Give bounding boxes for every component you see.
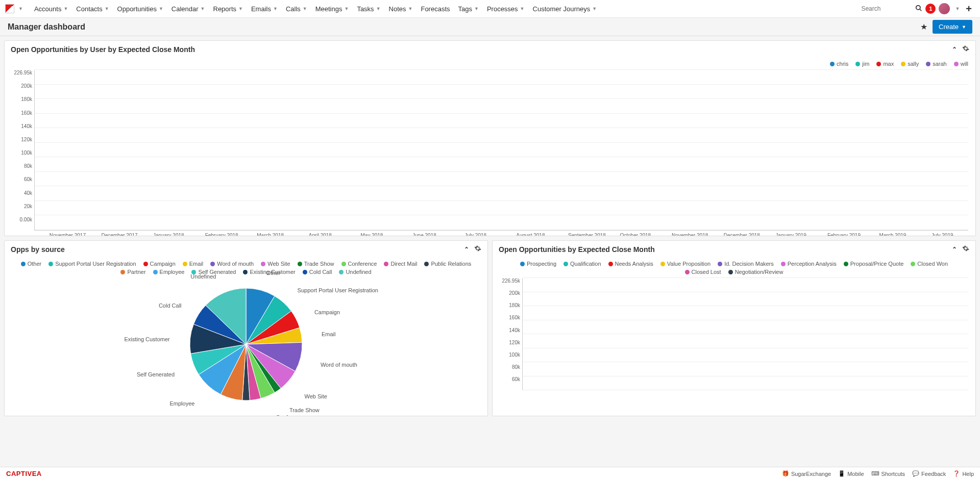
pie-slice-label: Web Site: [305, 393, 327, 399]
legend-item[interactable]: Closed Won: [911, 261, 948, 267]
legend-item[interactable]: will: [954, 61, 968, 67]
legend-item[interactable]: Conference: [341, 261, 377, 267]
nav-item-tasks[interactable]: Tasks▼: [353, 0, 384, 17]
nav-item-customer-journeys[interactable]: Customer Journeys▼: [529, 0, 601, 17]
chevron-down-icon: ▼: [520, 6, 525, 11]
legend-item[interactable]: Undefined: [339, 269, 371, 275]
legend-item[interactable]: Email: [183, 261, 204, 267]
chevron-down-icon: ▼: [63, 6, 68, 11]
panel-opps-by-source: Opps by source ⌃ OtherSupport Portal Use…: [4, 240, 488, 416]
pie-slice-label: Employee: [169, 400, 194, 407]
notification-badge[interactable]: 1: [925, 4, 936, 14]
chevron-down-icon: ▼: [201, 6, 205, 11]
legend-item[interactable]: Prospecting: [520, 261, 556, 267]
star-icon[interactable]: ★: [920, 22, 927, 32]
legend-item[interactable]: Needs Analysis: [608, 261, 653, 267]
nav-item-processes[interactable]: Processes▼: [483, 0, 529, 17]
nav-item-opportunities[interactable]: Opportunities▼: [113, 0, 167, 17]
legend-item[interactable]: Trade Show: [298, 261, 334, 267]
search-icon[interactable]: [915, 5, 922, 13]
svg-line-1: [920, 9, 922, 11]
logo-caret-icon[interactable]: ▼: [18, 6, 23, 11]
legend-item[interactable]: Other: [21, 261, 42, 267]
nav-item-contacts[interactable]: Contacts▼: [72, 0, 113, 17]
pie-slice-label: Campaign: [314, 309, 340, 315]
legend-item[interactable]: Direct Mail: [384, 261, 417, 267]
legend-item[interactable]: Employee: [153, 269, 185, 275]
nav-item-meetings[interactable]: Meetings▼: [311, 0, 353, 17]
collapse-icon[interactable]: ⌃: [952, 46, 957, 53]
legend-item[interactable]: chris: [830, 61, 848, 67]
legend-item[interactable]: Public Relations: [424, 261, 471, 267]
gear-icon[interactable]: [962, 45, 969, 54]
legend-item[interactable]: Support Portal User Registration: [48, 261, 136, 267]
legend-item[interactable]: Closed Lost: [685, 269, 721, 275]
nav-item-notes[interactable]: Notes▼: [385, 0, 417, 17]
chevron-down-icon: ▼: [474, 6, 479, 11]
pie-slice-label: Conference: [276, 414, 305, 416]
legend-item[interactable]: Id. Decision Makers: [718, 261, 774, 267]
legend-item[interactable]: Word of mouth: [210, 261, 254, 267]
panel-title: Open Opportunities by Expected Close Mon…: [499, 245, 655, 254]
legend-item[interactable]: sally: [901, 61, 919, 67]
legend-item[interactable]: Negotiation/Review: [728, 269, 783, 275]
chevron-down-icon: ▼: [159, 6, 163, 11]
legend-item[interactable]: Campaign: [143, 261, 176, 267]
pie-slice-label: Existing Customer: [124, 336, 169, 342]
legend-item[interactable]: Partner: [120, 269, 145, 275]
panel-title: Opps by source: [11, 245, 65, 254]
pie-slice-label: Word of mouth: [321, 362, 357, 368]
avatar[interactable]: [939, 3, 950, 14]
panel-open-opps-by-user: Open Opportunities by User by Expected C…: [4, 40, 976, 236]
create-button[interactable]: Create ▼: [933, 20, 972, 34]
nav-item-forecasts[interactable]: Forecasts: [416, 0, 454, 17]
pie-slice-label: Undefined: [190, 273, 216, 280]
pie-slice-label: Support Portal User Registration: [298, 287, 378, 293]
gear-icon[interactable]: [962, 245, 969, 254]
chart-opps-by-source: OtherSupport Portal User RegistrationCam…: [12, 283, 480, 411]
chevron-down-icon: ▼: [408, 6, 413, 11]
pie-slice-label: Cold Call: [159, 302, 182, 309]
quick-create-button[interactable]: +: [963, 3, 975, 15]
chart-open-opps-by-user: 226.95k200k180k160k140k120k100k80k60k40k…: [12, 70, 968, 231]
nav-item-reports[interactable]: Reports▼: [209, 0, 247, 17]
chevron-down-icon: ▼: [376, 6, 381, 11]
chevron-down-icon: ▼: [273, 6, 278, 11]
legend-item[interactable]: Perception Analysis: [781, 261, 837, 267]
pie-slice-label: Trade Show: [289, 407, 320, 413]
chevron-down-icon: ▼: [592, 6, 597, 11]
nav-item-calendar[interactable]: Calendar▼: [167, 0, 209, 17]
legend-item[interactable]: Cold Call: [303, 269, 332, 275]
top-nav: ▼ Accounts▼Contacts▼Opportunities▼Calend…: [0, 0, 980, 18]
chevron-down-icon: ▼: [344, 6, 349, 11]
nav-item-emails[interactable]: Emails▼: [247, 0, 282, 17]
search-input[interactable]: [861, 5, 912, 12]
chevron-down-icon: ▼: [303, 6, 307, 11]
page-title: Manager dashboard: [8, 22, 85, 32]
collapse-icon[interactable]: ⌃: [464, 246, 469, 253]
chart-open-opps-by-month: 226.95k200k180k160k140k120k100k80k60k: [500, 278, 968, 390]
pie-slice-label: Email: [322, 331, 336, 337]
chevron-down-icon: ▼: [238, 6, 243, 11]
pie-slice-label: Self Generated: [137, 371, 175, 377]
panel-open-opps-by-month: Open Opportunities by Expected Close Mon…: [492, 240, 976, 416]
panel-title: Open Opportunities by User by Expected C…: [11, 45, 195, 54]
legend-item[interactable]: Qualification: [564, 261, 601, 267]
gear-icon[interactable]: [474, 245, 481, 254]
legend-item[interactable]: jim: [855, 61, 869, 67]
legend-item[interactable]: Web Site: [261, 261, 290, 267]
chevron-down-icon: ▼: [105, 6, 109, 11]
legend-item[interactable]: max: [876, 61, 894, 67]
nav-item-tags[interactable]: Tags▼: [454, 0, 483, 17]
page-header: Manager dashboard ★ Create ▼: [0, 18, 980, 36]
legend-item[interactable]: sarah: [926, 61, 947, 67]
collapse-icon[interactable]: ⌃: [952, 246, 957, 253]
logo-cube-icon[interactable]: [5, 4, 14, 13]
nav-item-calls[interactable]: Calls▼: [282, 0, 311, 17]
legend-item[interactable]: Proposal/Price Quote: [844, 261, 904, 267]
svg-point-0: [916, 5, 920, 9]
avatar-caret-icon[interactable]: ▼: [955, 6, 960, 11]
nav-item-accounts[interactable]: Accounts▼: [30, 0, 72, 17]
legend-item[interactable]: Value Proposition: [660, 261, 710, 267]
chevron-down-icon: ▼: [962, 24, 966, 30]
